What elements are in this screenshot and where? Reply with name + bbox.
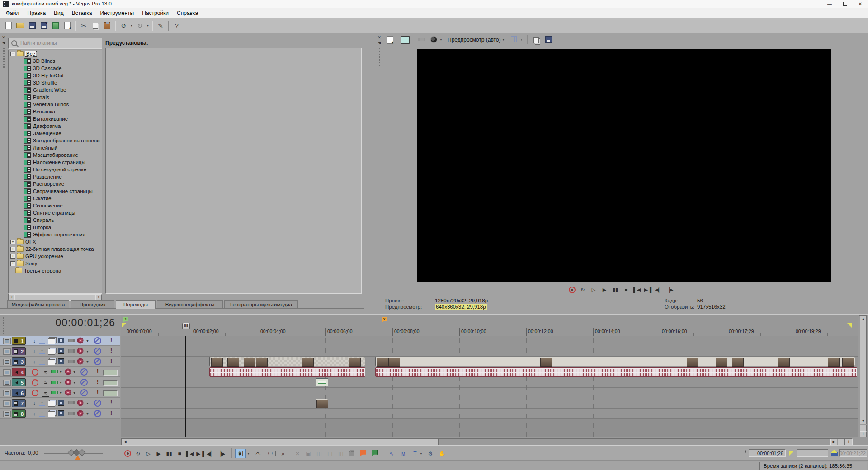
tree-item-folder[interactable]: +OFX [9, 238, 102, 245]
timeline-marker[interactable]: 2 [382, 317, 387, 323]
tree-horizontal-scrollbar[interactable]: ‹ › [8, 294, 102, 301]
timeline-timecode-display[interactable]: 00:00:01;26 [14, 317, 115, 329]
phase-invert-icon[interactable]: ≈ [42, 380, 49, 386]
track-fx-icon[interactable] [68, 360, 75, 363]
render-as-icon[interactable] [50, 20, 61, 32]
tree-item-transition[interactable]: Скольжение [9, 202, 102, 209]
video-preferences-icon[interactable] [387, 36, 393, 44]
compositing-parent-icon[interactable]: ↑ [39, 348, 45, 354]
automation-settings-icon[interactable] [78, 348, 83, 353]
zoom-in-track-icon[interactable]: + [860, 431, 867, 437]
dropdown-icon[interactable]: ▼ [86, 350, 89, 353]
tree-item-transition[interactable]: Снятие страницы [9, 209, 102, 216]
track-number-badge[interactable]: 5 [12, 378, 26, 386]
track-header-8[interactable]: 8↓↑▼! [0, 409, 120, 419]
compositing-child-icon[interactable]: ↓ [31, 358, 38, 365]
save-snapshot-icon[interactable] [545, 36, 552, 43]
save-project-icon[interactable] [26, 20, 38, 32]
scroll-thumb[interactable] [128, 439, 439, 445]
auto-ripple-icon[interactable]: ᴍ [399, 449, 408, 458]
lock-icon[interactable] [349, 451, 354, 456]
scroll-thumb[interactable] [860, 322, 867, 418]
previous-frame-button[interactable]: ◀▏ [654, 286, 663, 294]
dropdown-icon[interactable]: ▼ [73, 371, 76, 374]
track-minimize-icon[interactable] [3, 348, 11, 355]
tree-item-transition[interactable]: 3D Fly In/Out [9, 72, 102, 79]
video-event[interactable] [316, 399, 328, 408]
track-fx-icon[interactable] [68, 339, 75, 342]
track-layers-icon[interactable] [48, 411, 55, 417]
solo-icon[interactable]: ! [108, 410, 115, 416]
delete-icon[interactable]: ✕ [293, 449, 302, 458]
tree-item-transition[interactable]: 3D Blinds [9, 57, 102, 65]
trim-icon[interactable]: ▣ [304, 449, 313, 458]
tree-item-transition[interactable]: Шторка [9, 224, 102, 231]
cut-icon[interactable]: ✂ [78, 20, 90, 32]
track-fx-icon[interactable] [51, 391, 58, 394]
mute-icon[interactable] [94, 410, 101, 417]
compositing-child-icon[interactable]: ↓ [31, 348, 38, 354]
automation-settings-icon[interactable] [78, 359, 83, 364]
tree-item-transition[interactable]: По секундной стрелке [9, 166, 102, 173]
stop-button[interactable]: ■ [622, 286, 631, 294]
menu-item[interactable]: Справка [173, 9, 202, 17]
new-project-icon[interactable] [3, 20, 14, 32]
selection-start-display[interactable] [797, 449, 828, 457]
zoom-out-time-icon[interactable]: − [838, 439, 845, 445]
dropdown-icon[interactable]: ▼ [86, 339, 89, 343]
loop-playback-button[interactable]: ↻ [578, 286, 587, 294]
tab-item[interactable]: Медиафайлы проекта [7, 300, 69, 308]
play-from-start-button[interactable]: ▷ [144, 449, 153, 458]
track-minimize-icon[interactable] [3, 400, 11, 407]
video-event[interactable] [209, 357, 365, 366]
tree-item-transition[interactable]: 3D Cascade [9, 65, 102, 72]
loop-playback-button[interactable]: ↻ [133, 449, 142, 458]
tree-item-transition[interactable]: Разделение [9, 173, 102, 180]
copy-icon[interactable] [90, 20, 101, 32]
dropdown-icon[interactable]: ▼ [59, 391, 62, 395]
plugin-search-input[interactable]: Найти плагины [8, 38, 102, 49]
track-minimize-icon[interactable] [3, 369, 11, 376]
scroll-left-icon[interactable]: ◀ [122, 439, 128, 445]
close-panel-icon[interactable]: ✕ [1, 35, 6, 40]
solo-icon[interactable]: ! [94, 368, 101, 375]
zoom-in-time-icon[interactable]: + [845, 439, 852, 445]
mute-icon[interactable] [94, 337, 101, 344]
automation-settings-icon[interactable] [66, 369, 71, 374]
tree-item-folder[interactable]: Третья сторона [9, 267, 102, 274]
tree-item-transition[interactable]: Venetian Blinds [9, 101, 102, 108]
tree-item-transition[interactable]: Линейный [9, 144, 102, 151]
previous-frame-button[interactable]: ◀▏ [206, 449, 215, 458]
phase-invert-icon[interactable]: ≈ [42, 369, 49, 376]
tree-item-root[interactable]: −Все [9, 50, 102, 57]
track-number-badge[interactable]: 8 [12, 409, 26, 418]
menu-item[interactable]: Вид [50, 9, 68, 17]
go-to-start-button[interactable]: ▌◀ [632, 286, 642, 294]
tab-item[interactable]: Проводник [71, 300, 114, 308]
tree-item-transition[interactable]: 3D Shuffle [9, 79, 102, 86]
split-left-icon[interactable]: ◫ [315, 449, 324, 458]
track-fx-icon[interactable] [51, 381, 58, 384]
track-number-badge[interactable]: 4 [12, 368, 26, 376]
scroll-thumb[interactable] [14, 294, 96, 300]
compositing-child-icon[interactable]: ↓ [31, 338, 38, 344]
tree-item-transition[interactable]: Выталкивание [9, 115, 102, 122]
audio-event[interactable] [209, 367, 365, 377]
record-button[interactable] [567, 286, 576, 294]
collapse-icon[interactable]: − [10, 52, 15, 56]
dropdown-icon[interactable]: ▼ [247, 452, 250, 455]
track-header-3[interactable]: 3↓↑▼! [0, 357, 120, 367]
overlays-grid-icon[interactable] [511, 36, 517, 42]
enable-snapping-icon[interactable]: ∿ [387, 449, 396, 458]
dropdown-icon[interactable]: ▼ [73, 391, 76, 395]
solo-icon[interactable]: ! [108, 348, 115, 354]
tree-item-folder[interactable]: +32-битная плавающая точка [9, 245, 102, 253]
track-number-badge[interactable]: 1 [12, 337, 26, 345]
track-fx-icon[interactable] [51, 370, 58, 373]
automation-settings-icon[interactable] [78, 411, 83, 416]
undo-icon[interactable]: ↺ [118, 20, 129, 32]
solo-icon[interactable]: ! [108, 400, 115, 406]
record-arm-icon[interactable] [32, 390, 38, 396]
scroll-left-icon[interactable]: ‹ [9, 294, 15, 300]
solo-icon[interactable]: ! [108, 358, 115, 364]
